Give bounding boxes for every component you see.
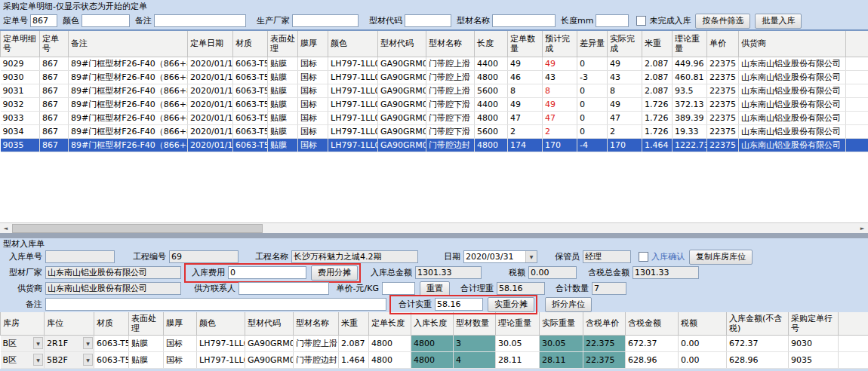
cell-color[interactable]: LH797-1LL0 <box>328 98 378 112</box>
cell-film-thickness[interactable]: 国标 <box>298 112 328 125</box>
supplier-contact-input[interactable] <box>239 282 329 295</box>
cell-actual-complete[interactable]: 8 <box>608 84 642 98</box>
panel-splitter[interactable] <box>0 233 868 238</box>
cell-tax-amount[interactable]: 628.96 <box>626 352 679 369</box>
cell-order-no[interactable]: 867 <box>40 84 69 98</box>
cell-profile-name[interactable]: 门带腔边封 <box>294 352 339 369</box>
cell-diff-qty[interactable]: 0 <box>577 57 608 71</box>
remark-input[interactable] <box>45 298 386 311</box>
cell-meter-weight[interactable]: 1.726 <box>642 98 673 112</box>
cell-detail-no[interactable]: 9029 <box>1 57 40 71</box>
cell-profile-code[interactable]: GA90GRM04 <box>378 112 426 125</box>
cell-inbound-amount-notax[interactable]: 628.96 <box>727 352 789 369</box>
cell-actual-complete[interactable]: 49 <box>608 57 642 71</box>
cell-film-thickness[interactable]: 国标 <box>164 336 197 352</box>
cell-order-no[interactable]: 867 <box>40 57 69 71</box>
date-field[interactable]: 2020/03/31 ▼ <box>463 250 537 263</box>
cell-remark[interactable]: 89#门框型材F26-F40（866+867） <box>69 139 188 152</box>
supplier-input[interactable] <box>45 282 181 295</box>
cell-diff-qty[interactable]: -4 <box>577 139 608 152</box>
cell-profile-name[interactable]: 门带腔上滑 <box>426 71 475 84</box>
cell-detail-no[interactable]: 9034 <box>1 125 40 139</box>
dropdown-arrow-icon[interactable]: ▼ <box>33 354 43 366</box>
inbound-row-1[interactable]: B区▼5B2F▼6063-T5贴膜国标LH797-1LL0GA90GRM05门带… <box>1 352 868 369</box>
split-location-button[interactable]: 拆分库位 <box>545 297 592 312</box>
cell-detail-no[interactable]: 9031 <box>1 84 40 98</box>
cell-order-qty[interactable]: 47 <box>508 112 543 125</box>
cell-order-qty[interactable]: 8 <box>508 84 543 98</box>
calendar-dropdown-icon[interactable]: ▼ <box>525 251 537 262</box>
cell-purchase-line-no[interactable]: 9030 <box>789 336 839 352</box>
scroll-left-icon[interactable]: ◄ <box>0 224 11 233</box>
cell-profile-code[interactable]: GA90GRM05 <box>245 352 294 369</box>
cell-remark[interactable]: 89#门框型材F26-F40（866+867） <box>69 57 188 71</box>
cell-order-date[interactable]: 2020/01/13 <box>188 98 233 112</box>
inbound-no-input[interactable] <box>45 250 115 263</box>
cell-profile-qty[interactable]: 4 <box>454 352 496 369</box>
cell-profile-code[interactable]: GA90GRM04 <box>378 98 426 112</box>
cell-surface-treatment[interactable]: 贴膜 <box>268 112 298 125</box>
cell-order-date[interactable]: 2020/01/13 <box>188 57 233 71</box>
total-amount-input[interactable] <box>415 266 482 279</box>
cell-surface-treatment[interactable]: 贴膜 <box>268 84 298 98</box>
cell-supplier[interactable]: 山东南山铝业股份有限公司 <box>739 125 846 139</box>
cell-tax-unit-price[interactable]: 22.375 <box>583 352 626 369</box>
cell-unit-price[interactable]: 22375 <box>707 139 739 152</box>
cell-order-date[interactable]: 2020/01/13 <box>188 84 233 98</box>
cell-filler[interactable] <box>846 71 868 84</box>
cell-expected-complete[interactable]: 170 <box>543 139 577 152</box>
cell-film-thickness[interactable]: 国标 <box>298 139 328 152</box>
unit-price-input[interactable] <box>382 282 415 295</box>
cell-supplier[interactable]: 山东南山铝业股份有限公司 <box>739 98 846 112</box>
cell-surface-treatment[interactable]: 贴膜 <box>268 57 298 71</box>
keeper-input[interactable] <box>583 250 631 263</box>
cell-order-qty[interactable]: 46 <box>508 71 543 84</box>
cell-actual-weight[interactable]: 30.05 <box>540 336 583 352</box>
cell-profile-code[interactable]: GA90GRM04 <box>378 125 426 139</box>
factory-input[interactable] <box>45 266 181 279</box>
cell-tax[interactable]: 0.00 <box>679 352 727 369</box>
cell-material[interactable]: 6063-T5 <box>233 84 268 98</box>
cell-film-thickness[interactable]: 国标 <box>298 71 328 84</box>
cell-filler[interactable] <box>846 139 868 152</box>
filter-by-condition-button[interactable]: 按条件筛选 <box>695 14 750 29</box>
cell-location[interactable]: 5B2F▼ <box>45 352 94 369</box>
cell-meter-weight[interactable]: 1.464 <box>339 352 369 369</box>
cell-detail-no[interactable]: 9032 <box>1 98 40 112</box>
cell-order-no[interactable]: 867 <box>40 71 69 84</box>
cell-meter-weight[interactable]: 2.087 <box>642 84 673 98</box>
cell-unit-price[interactable]: 22375 <box>707 71 739 84</box>
cell-supplier[interactable]: 山东南山铝业股份有限公司 <box>739 139 846 152</box>
filter-color-input[interactable] <box>82 14 130 27</box>
order-row-3[interactable]: 903286789#门框型材F26-F40（866+867）2020/01/13… <box>1 98 868 112</box>
cell-profile-name[interactable]: 门带腔上滑 <box>426 57 475 71</box>
cell-detail-no[interactable]: 9033 <box>1 112 40 125</box>
cell-actual-complete[interactable]: 43 <box>608 71 642 84</box>
cell-inbound-length[interactable]: 4800 <box>411 336 454 352</box>
cell-meter-weight[interactable]: 2.087 <box>339 336 369 352</box>
cell-meter-weight[interactable]: 2.087 <box>642 57 673 71</box>
cell-color[interactable]: LH797-1LL0 <box>328 125 378 139</box>
cell-color[interactable]: LH797-1LL0 <box>328 139 378 152</box>
dropdown-arrow-icon[interactable]: ▼ <box>33 337 43 349</box>
cell-filler[interactable] <box>846 84 868 98</box>
cell-material[interactable]: 6063-T5 <box>94 336 129 352</box>
order-row-5[interactable]: 903486789#门框型材F26-F40（866+867）2020/01/13… <box>1 125 868 139</box>
cell-actual-complete[interactable]: 2 <box>608 125 642 139</box>
tax-input[interactable] <box>528 266 577 279</box>
cell-meter-weight[interactable]: 2.087 <box>642 71 673 84</box>
cell-length[interactable]: 4800 <box>475 71 508 84</box>
cell-tax-amount[interactable]: 672.37 <box>626 336 679 352</box>
cell-surface-treatment[interactable]: 贴膜 <box>268 125 298 139</box>
unfinished-inbound-checkbox[interactable] <box>636 16 646 26</box>
cell-expected-complete[interactable]: 49 <box>543 57 577 71</box>
cell-order-no[interactable]: 867 <box>40 125 69 139</box>
cell-expected-complete[interactable]: 49 <box>543 98 577 112</box>
cell-supplier[interactable]: 山东南山铝业股份有限公司 <box>739 112 846 125</box>
cell-material[interactable]: 6063-T5 <box>94 352 129 369</box>
cell-order-date[interactable]: 2020/01/13 <box>188 139 233 152</box>
cell-theory-weight[interactable]: 19.33 <box>673 125 707 139</box>
cell-remark[interactable]: 89#门框型材F26-F40（866+867） <box>69 125 188 139</box>
actual-weight-share-button[interactable]: 实重分摊 <box>488 297 534 312</box>
cell-filler[interactable] <box>846 112 868 125</box>
